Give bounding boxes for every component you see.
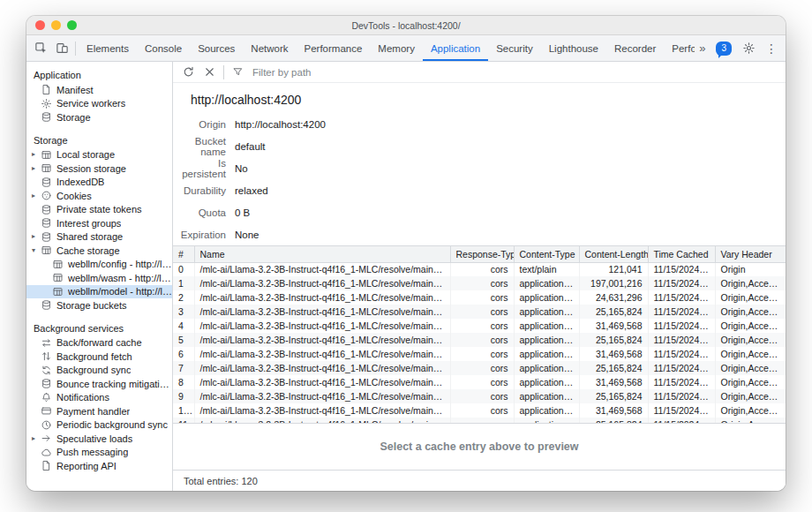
cell: cors	[450, 319, 514, 333]
cell: 0	[173, 262, 194, 276]
tab-network[interactable]: Network	[243, 35, 296, 61]
column-header-vary-header[interactable]: Vary Header	[715, 246, 786, 262]
column-header-content-type[interactable]: Content-Type	[514, 246, 579, 262]
device-toolbar-icon	[56, 41, 69, 55]
sidebar-item-cookies[interactable]: ▸Cookies	[26, 189, 172, 203]
tab-recorder[interactable]: Recorder	[606, 35, 664, 61]
chevron-right-icon[interactable]: ▸	[32, 435, 41, 442]
sidebar-item-private-state-tokens[interactable]: Private state tokens	[26, 203, 172, 217]
sidebar-section-application: Application	[26, 64, 172, 83]
chevron-right-icon[interactable]: ▸	[32, 165, 41, 172]
cell: 25,165,824	[579, 333, 648, 347]
chevron-down-icon[interactable]: ▾	[32, 247, 41, 254]
column-header-name[interactable]: Name	[194, 246, 450, 262]
sidebar-item-background-fetch[interactable]: Background fetch	[26, 350, 172, 364]
tab-sources[interactable]: Sources	[190, 35, 243, 61]
tab-performance-insights[interactable]: Performance insights	[664, 35, 695, 61]
sidebar-item-local-storage[interactable]: ▸Local storage	[26, 148, 172, 162]
sidebar-item-push-messaging[interactable]: Push messaging	[26, 446, 172, 460]
settings-gear-button[interactable]	[738, 38, 759, 59]
table-row[interactable]: 6/mlc-ai/Llama-3.2-3B-Instruct-q4f16_1-M…	[173, 347, 786, 361]
window-zoom-button[interactable]	[67, 20, 77, 30]
sidebar-item-periodic-background-sync[interactable]: Periodic background sync	[26, 418, 172, 433]
sidebar-item-cache-storage[interactable]: ▾Cache storage	[26, 244, 172, 258]
refresh-button[interactable]	[178, 63, 198, 82]
column-header-hash[interactable]: #	[173, 246, 194, 262]
filter-input[interactable]	[252, 67, 464, 78]
sidebar-item-storage[interactable]: Storage	[26, 110, 172, 124]
sidebar-item-speculative-loads[interactable]: ▸Speculative loads	[26, 432, 172, 446]
window-close-button[interactable]	[35, 20, 45, 30]
db-icon	[41, 111, 52, 123]
kebab-menu-button[interactable]: ⋮	[761, 38, 782, 59]
table-row[interactable]: 0/mlc-ai/Llama-3.2-3B-Instruct-q4f16_1-M…	[173, 262, 786, 276]
column-header-content-length[interactable]: Content-Length	[579, 246, 648, 262]
tab-elements[interactable]: Elements	[79, 35, 137, 61]
sidebar-item-service-workers[interactable]: Service workers	[26, 97, 172, 111]
table-row[interactable]: 3/mlc-ai/Llama-3.2-3B-Instruct-q4f16_1-M…	[173, 305, 786, 319]
tab-application[interactable]: Application	[423, 35, 488, 61]
tab-security[interactable]: Security	[488, 35, 541, 61]
metadata-label: Expiration	[173, 230, 226, 240]
table-row[interactable]: 1/mlc-ai/Llama-3.2-3B-Instruct-q4f16_1-M…	[173, 276, 786, 290]
sidebar-item-session-storage[interactable]: ▸Session storage	[26, 162, 172, 176]
devtools-tabbar: ElementsConsoleSourcesNetworkPerformance…	[26, 35, 786, 62]
sidebar-item-shared-storage[interactable]: ▸Shared storage	[26, 230, 172, 245]
window-minimize-button[interactable]	[51, 20, 61, 30]
grid-icon	[41, 162, 52, 174]
table-row[interactable]: 7/mlc-ai/Llama-3.2-3B-Instruct-q4f16_1-M…	[173, 361, 786, 375]
cell: /mlc-ai/Llama-3.2-3B-Instruct-q4f16_1-ML…	[194, 333, 450, 347]
sidebar-item-label: Session storage	[56, 163, 126, 174]
sidebar-item-webllm-model-http-loc[interactable]: webllm/model - http://loc…	[26, 285, 172, 299]
cell: Origin,Access…	[715, 276, 786, 290]
inspect-element-button[interactable]	[30, 38, 51, 59]
sidebar-item-background-sync[interactable]: Background sync	[26, 364, 172, 378]
cell: Origin,Access…	[715, 361, 786, 375]
table-row[interactable]: 4/mlc-ai/Llama-3.2-3B-Instruct-q4f16_1-M…	[173, 319, 786, 333]
sidebar-item-bounce-tracking-mitigations[interactable]: Bounce tracking mitigations	[26, 377, 172, 391]
sidebar-item-manifest[interactable]: Manifest	[26, 83, 172, 97]
cell: 31,469,568	[579, 347, 648, 361]
delete-selected-button[interactable]	[199, 63, 219, 82]
tab-label: Console	[145, 43, 182, 54]
sidebar-item-label: webllm/wasm - http://loca…	[68, 273, 172, 283]
table-row[interactable]: 2/mlc-ai/Llama-3.2-3B-Instruct-q4f16_1-M…	[173, 290, 786, 305]
window-titlebar[interactable]: DevTools - localhost:4200/	[26, 16, 786, 35]
sidebar-item-notifications[interactable]: Notifications	[26, 391, 172, 405]
sidebar-item-webllm-wasm-http-loca[interactable]: webllm/wasm - http://loca…	[26, 271, 172, 285]
chevron-right-icon[interactable]: ▸	[32, 233, 41, 240]
tab-lighthouse[interactable]: Lighthouse	[541, 35, 606, 61]
sidebar-item-payment-handler[interactable]: Payment handler	[26, 404, 172, 418]
tab-performance[interactable]: Performance	[297, 35, 371, 61]
sidebar-item-indexeddb[interactable]: IndexedDB	[26, 176, 172, 190]
issues-count-badge[interactable]: 3	[716, 41, 732, 56]
device-toolbar-button[interactable]	[51, 38, 72, 59]
sidebar-item-reporting-api[interactable]: Reporting API	[26, 459, 172, 473]
cell: Origin	[715, 262, 786, 276]
sidebar-item-storage-buckets[interactable]: Storage buckets	[26, 298, 172, 312]
sidebar-item-interest-groups[interactable]: Interest groups	[26, 216, 172, 230]
more-tabs-button[interactable]: »	[695, 41, 710, 55]
cell: Origin,Access…	[715, 403, 786, 418]
tab-memory[interactable]: Memory	[370, 35, 423, 61]
sidebar-tree: ApplicationManifestService workersStorag…	[26, 64, 172, 473]
clock-icon	[41, 419, 52, 431]
db-icon	[41, 217, 52, 229]
cell: /mlc-ai/Llama-3.2-3B-Instruct-q4f16_1-ML…	[194, 361, 450, 375]
table-row[interactable]: 9/mlc-ai/Llama-3.2-3B-Instruct-q4f16_1-M…	[173, 389, 786, 403]
table-row[interactable]: 10/mlc-ai/Llama-3.2-3B-Instruct-q4f16_1-…	[173, 403, 786, 418]
cell: application/oc…	[514, 347, 579, 361]
table-row[interactable]: 5/mlc-ai/Llama-3.2-3B-Instruct-q4f16_1-M…	[173, 333, 786, 347]
sidebar-item-webllm-config-http-loc[interactable]: webllm/config - http://loc…	[26, 258, 172, 272]
column-header-response-type[interactable]: Response-Type	[450, 246, 514, 262]
cell: application/oc…	[514, 276, 579, 290]
cell: 7	[173, 361, 194, 375]
column-header-time-cached[interactable]: Time Cached	[648, 246, 715, 262]
chevron-right-icon[interactable]: ▸	[32, 151, 41, 158]
tab-label: Performance	[304, 43, 363, 54]
table-row[interactable]: 8/mlc-ai/Llama-3.2-3B-Instruct-q4f16_1-M…	[173, 375, 786, 389]
arrow-icon	[41, 433, 52, 444]
sidebar-item-back-forward-cache[interactable]: Back/forward cache	[26, 336, 172, 350]
chevron-right-icon[interactable]: ▸	[32, 192, 41, 200]
tab-console[interactable]: Console	[137, 35, 190, 61]
